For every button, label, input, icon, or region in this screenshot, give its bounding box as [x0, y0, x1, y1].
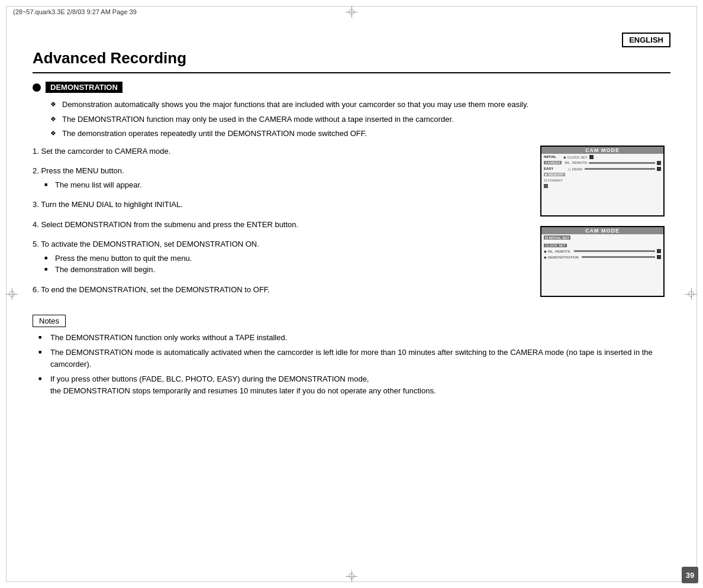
notes-item: The DEMONSTRATION mode is automatically …: [38, 347, 670, 370]
step-text: Set the camcorder to CAMERA mode.: [41, 147, 170, 156]
notes-item: The DEMONSTRATION function only works wi…: [38, 332, 670, 344]
reg-mark-bottom: [346, 570, 357, 582]
step-6: 6. To end the DEMONSTRATION, set the DEM…: [33, 284, 528, 296]
reg-mark-left: [6, 288, 18, 300]
step-num: 6.: [33, 285, 39, 294]
step-text: To activate the DEMONSTRATION, set DEMON…: [41, 240, 259, 248]
step-num: 5.: [33, 240, 39, 248]
bullet-item: The DEMONSTRATION function may only be u…: [50, 114, 670, 125]
images-column: CAM MODE INITIAL ◆ CLOCK SET CAMERA WL. …: [540, 146, 670, 306]
screen-sim-2: ⊡ INITIAL SET CLOCK SET ◆ WL. REMOTE ◆ D…: [541, 234, 663, 262]
sub-item: The menu list will appear.: [44, 179, 528, 191]
page-title: Advanced Recording: [33, 49, 670, 73]
reg-mark-right: [685, 288, 697, 300]
step-num: 2.: [33, 166, 39, 175]
cam-mode-title-1: CAM MODE: [541, 147, 663, 154]
step-1: 1. Set the camcorder to CAMERA mode.: [33, 146, 528, 157]
bullet-item: Demonstration automatically shows you th…: [50, 99, 670, 111]
step-2: 2. Press the MENU button. The menu list …: [33, 165, 528, 190]
step-text: Press the MENU button.: [41, 166, 124, 175]
step-text: To end the DEMONSTRATION, set the DEMONS…: [41, 285, 270, 294]
step-num: 4.: [33, 220, 39, 229]
steps-column: 1. Set the camcorder to CAMERA mode. 2. …: [33, 146, 528, 306]
notes-list: The DEMONSTRATION function only works wi…: [38, 332, 670, 397]
step-num: 1.: [33, 147, 39, 156]
notes-item: If you press other buttons (FADE, BLC, P…: [38, 373, 670, 396]
notes-label: Notes: [33, 315, 66, 327]
step-2-sub: The menu list will appear.: [44, 179, 528, 191]
screen-sim-1: INITIAL ◆ CLOCK SET CAMERA WL. REMOTE EA…: [541, 154, 663, 191]
section-title-demonstration: DEMONSTRATION: [46, 82, 122, 93]
section-bullet: [33, 83, 41, 92]
bullet-item: The demonstration operates repeatedly un…: [50, 128, 670, 140]
cam-mode-box-1: CAM MODE INITIAL ◆ CLOCK SET CAMERA WL. …: [540, 146, 665, 217]
step-4: 4. Select DEMONSTRATION from the submenu…: [33, 219, 528, 231]
cam-mode-title-2: CAM MODE: [541, 227, 663, 234]
notes-section: Notes The DEMONSTRATION function only wo…: [33, 306, 670, 397]
step-3: 3. Turn the MENU DIAL to highlight INITI…: [33, 199, 528, 211]
cam-mode-box-2: CAM MODE ⊡ INITIAL SET CLOCK SET ◆ WL. R…: [540, 226, 665, 297]
main-layout: 1. Set the camcorder to CAMERA mode. 2. …: [33, 146, 670, 306]
page-number: 39: [682, 567, 698, 583]
file-info: (28~57.quark3.3E 2/8/03 9:27 AM Page 39: [13, 8, 137, 15]
demonstration-bullets: Demonstration automatically shows you th…: [50, 99, 670, 140]
step-num: 3.: [33, 200, 39, 209]
step-text: Select DEMONSTRATION from the submenu an…: [41, 220, 298, 229]
english-badge: ENGLISH: [622, 33, 670, 47]
step-5: 5. To activate the DEMONSTRATION, set DE…: [33, 238, 528, 276]
sub-item: The demonstration will begin.: [44, 264, 528, 276]
sub-item: Press the menu button to quit the menu.: [44, 253, 528, 264]
reg-mark-top: [346, 6, 357, 18]
section-header-demonstration: DEMONSTRATION: [33, 82, 670, 93]
step-5-sub: Press the menu button to quit the menu. …: [44, 253, 528, 276]
content-area: ENGLISH Advanced Recording DEMONSTRATION…: [33, 33, 670, 564]
step-text: Turn the MENU DIAL to highlight INITIAL.: [41, 200, 183, 209]
